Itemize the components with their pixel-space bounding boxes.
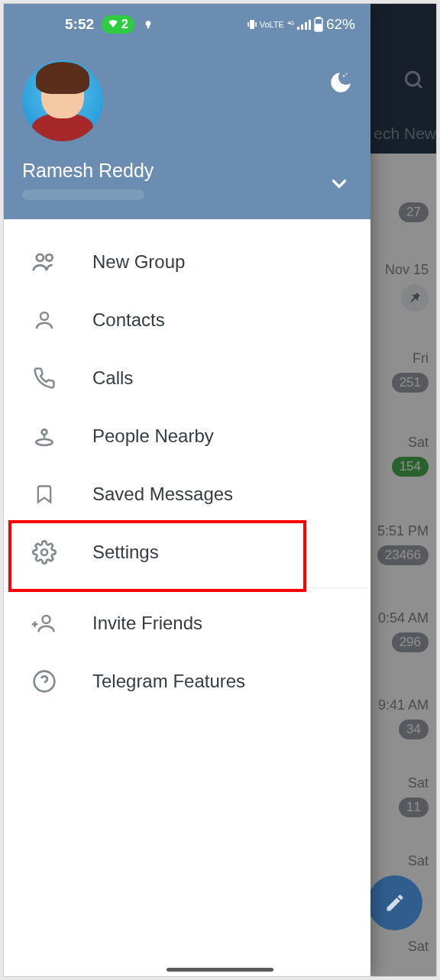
menu-divider xyxy=(4,587,370,588)
svg-point-18 xyxy=(40,312,48,320)
profile-name: Ramesh Reddy xyxy=(22,160,352,182)
menu-new-group[interactable]: New Group xyxy=(4,233,370,291)
svg-rect-3 xyxy=(147,25,150,28)
svg-point-16 xyxy=(37,254,44,261)
person-icon xyxy=(31,307,57,333)
svg-point-14 xyxy=(343,75,345,76)
vibrate-icon xyxy=(247,18,257,31)
svg-rect-13 xyxy=(315,24,321,31)
svg-point-20 xyxy=(36,439,52,445)
chat-time: 5:51 PM xyxy=(377,523,429,539)
volte-label: VoLTE xyxy=(260,20,284,29)
menu-label: Saved Messages xyxy=(92,484,233,505)
menu-telegram-features[interactable]: Telegram Features xyxy=(4,652,370,710)
chat-time: Sat xyxy=(408,853,429,869)
profile-phone-blurred xyxy=(22,189,144,200)
menu-label: Calls xyxy=(92,367,133,389)
phone-icon xyxy=(31,365,57,391)
menu-saved-messages[interactable]: Saved Messages xyxy=(4,465,370,523)
svg-rect-4 xyxy=(250,20,254,29)
profile-avatar[interactable] xyxy=(22,60,103,141)
wifi-call-badge: 2 xyxy=(102,15,134,34)
compose-fab[interactable] xyxy=(367,875,422,930)
tab-label[interactable]: ech New xyxy=(374,125,436,143)
network-label: ⁴ᴳ xyxy=(287,20,294,30)
svg-rect-12 xyxy=(317,17,320,18)
chat-time: Nov 15 xyxy=(385,262,429,278)
svg-point-19 xyxy=(42,429,47,435)
unread-badge: 27 xyxy=(399,202,429,222)
unread-badge: 23466 xyxy=(377,545,429,565)
menu-invite-friends[interactable]: Invite Friends xyxy=(4,594,370,652)
svg-point-2 xyxy=(146,21,151,26)
svg-rect-10 xyxy=(309,20,311,30)
unread-badge: 296 xyxy=(392,632,429,652)
menu-contacts[interactable]: Contacts xyxy=(4,291,370,349)
unread-badge: 154 xyxy=(392,457,429,477)
search-icon[interactable] xyxy=(403,69,425,95)
menu-label: People Nearby xyxy=(92,425,214,447)
pin-icon xyxy=(401,284,429,312)
svg-point-0 xyxy=(406,72,419,86)
home-indicator[interactable] xyxy=(167,968,273,972)
svg-rect-9 xyxy=(305,22,307,30)
gear-icon xyxy=(31,539,57,565)
invite-icon xyxy=(31,610,57,636)
chat-time: Sat xyxy=(408,435,429,451)
navigation-drawer: 5:52 2 VoLTE ⁴ᴳ 62% Ra xyxy=(4,4,370,976)
menu-calls[interactable]: Calls xyxy=(4,349,370,407)
group-icon xyxy=(31,249,57,275)
chat-time: 0:54 AM xyxy=(378,610,429,626)
menu-settings[interactable]: Settings xyxy=(4,523,370,581)
menu-label: Settings xyxy=(92,542,159,563)
chat-time: Fri xyxy=(412,351,429,367)
expand-accounts-icon[interactable] xyxy=(329,173,349,196)
svg-point-17 xyxy=(46,254,53,261)
menu-label: Telegram Features xyxy=(92,671,245,692)
menu-label: New Group xyxy=(92,251,185,273)
svg-point-15 xyxy=(346,73,348,75)
unread-badge: 34 xyxy=(399,720,429,739)
night-mode-icon[interactable] xyxy=(328,70,354,99)
drawer-menu: New Group Contacts Calls People Nearby xyxy=(4,219,370,724)
chat-time: Sat xyxy=(408,775,429,791)
status-time: 5:52 xyxy=(65,16,94,33)
svg-rect-8 xyxy=(301,24,303,30)
svg-line-1 xyxy=(417,83,422,88)
unread-badge: 251 xyxy=(392,373,429,393)
chat-time: Sat xyxy=(408,939,429,955)
weather-icon xyxy=(142,18,154,31)
menu-label: Contacts xyxy=(92,309,165,331)
unread-badge: 11 xyxy=(399,797,429,817)
menu-label: Invite Friends xyxy=(92,613,202,634)
nearby-icon xyxy=(31,423,57,449)
battery-icon xyxy=(314,17,323,32)
status-bar: 5:52 2 VoLTE ⁴ᴳ 62% xyxy=(4,4,370,45)
svg-point-21 xyxy=(41,549,47,555)
chat-time: 9:41 AM xyxy=(378,697,429,713)
svg-rect-7 xyxy=(297,27,299,30)
svg-point-22 xyxy=(43,616,50,623)
signal-icon xyxy=(297,19,311,30)
bookmark-icon xyxy=(31,481,57,507)
battery-pct: 62% xyxy=(326,16,355,33)
menu-people-nearby[interactable]: People Nearby xyxy=(4,407,370,465)
help-icon xyxy=(31,668,57,694)
